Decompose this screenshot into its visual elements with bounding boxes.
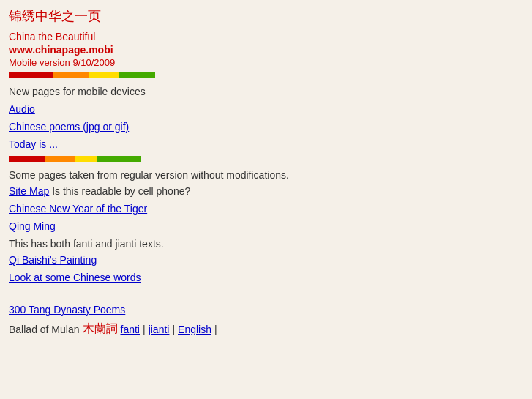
- today-link-item: Today is ...: [9, 138, 523, 150]
- site-url: www.chinapage.mobi: [9, 44, 523, 56]
- chinese-words-link[interactable]: Look at some Chinese words: [9, 272, 141, 283]
- bar2-orange: [45, 156, 75, 162]
- english-link[interactable]: English: [178, 324, 211, 335]
- qi-baishi-link[interactable]: Qi Baishi's Painting: [9, 254, 97, 266]
- today-link[interactable]: Today is ...: [9, 138, 58, 150]
- bar2-red: [9, 156, 45, 162]
- jianti-link[interactable]: jianti: [149, 324, 170, 335]
- fanti-link[interactable]: fanti: [121, 324, 140, 335]
- separator-1: |: [143, 324, 146, 335]
- new-pages-label: New pages for mobile devices: [9, 86, 523, 97]
- mulan-chinese: 木蘭詞: [83, 321, 118, 337]
- audio-link-item: Audio: [9, 103, 523, 115]
- spacer-1: [9, 289, 523, 297]
- poems-link[interactable]: Chinese poems (jpg or gif): [9, 121, 129, 133]
- chinese-words-link-item: Look at some Chinese words: [9, 272, 523, 283]
- bar2-yellow: [75, 156, 97, 162]
- some-pages-text: Some pages taken from regular version wi…: [9, 169, 523, 181]
- site-name: China the Beautiful: [9, 31, 523, 42]
- version-text: Mobile version 9/10/2009: [9, 57, 523, 68]
- mulan-line: Ballad of Mulan 木蘭詞 fanti | jianti | Eng…: [9, 321, 523, 337]
- fanti-jianti-text: This has both fanti and jianti texts.: [9, 238, 523, 250]
- site-map-link[interactable]: Site Map: [9, 185, 49, 197]
- audio-link[interactable]: Audio: [9, 103, 35, 115]
- qing-ming-link[interactable]: Qing Ming: [9, 220, 56, 232]
- site-map-line: Site Map Is this readable by cell phone?: [9, 185, 523, 197]
- qing-ming-link-item: Qing Ming: [9, 220, 523, 232]
- chinese-new-year-link[interactable]: Chinese New Year of the Tiger: [9, 203, 147, 215]
- chinese-new-year-link-item: Chinese New Year of the Tiger: [9, 203, 523, 215]
- bar-orange: [53, 72, 89, 78]
- bar-red: [9, 72, 53, 78]
- spacer-2: [9, 297, 523, 304]
- tang-poems-link[interactable]: 300 Tang Dynasty Poems: [9, 304, 125, 316]
- bar-green: [119, 72, 155, 78]
- separator-3: |: [214, 324, 217, 335]
- bar2-green: [97, 156, 141, 162]
- color-bar-1: [9, 72, 155, 78]
- tang-poems-link-item: 300 Tang Dynasty Poems: [9, 304, 523, 316]
- readable-label: Is this readable by cell phone?: [52, 185, 190, 197]
- color-bar-2: [9, 156, 141, 162]
- qi-baishi-link-item: Qi Baishi's Painting: [9, 254, 523, 266]
- ballad-label: Ballad of Mulan: [9, 324, 80, 335]
- poems-link-item: Chinese poems (jpg or gif): [9, 121, 523, 133]
- page-title: 锦绣中华之一页: [9, 7, 523, 25]
- bar-yellow: [89, 72, 119, 78]
- separator-2: |: [172, 324, 175, 335]
